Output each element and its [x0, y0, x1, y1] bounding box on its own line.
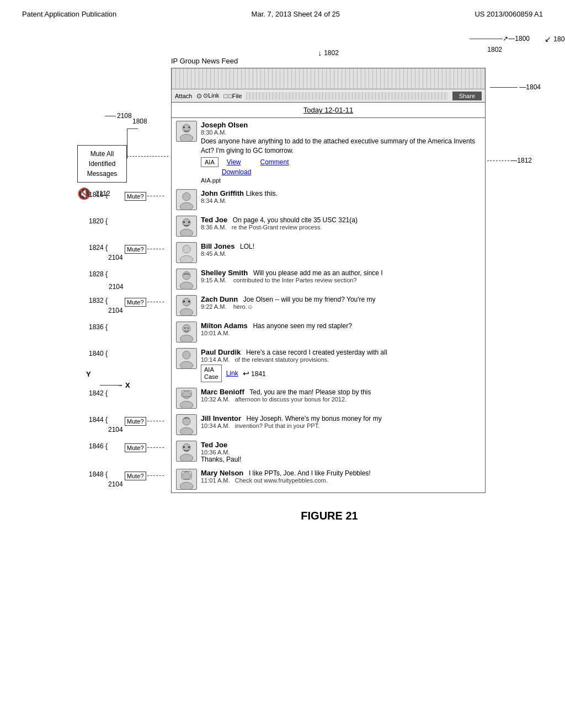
- svg-point-32: [188, 446, 190, 448]
- comment-link[interactable]: Comment: [260, 158, 289, 166]
- svg-point-17: [188, 301, 190, 303]
- table-row: Mute? 1844 { 2104 Jill Inventor: [171, 411, 486, 438]
- svg-point-7: [180, 229, 193, 237]
- file-button[interactable]: □□File: [223, 93, 242, 99]
- svg-point-4: [183, 192, 190, 200]
- avatar: [176, 348, 197, 369]
- mute-all-box[interactable]: Mute AllIdentifiedMessages: [77, 145, 127, 183]
- avatar: [176, 269, 197, 290]
- svg-point-15: [180, 308, 193, 316]
- ref-1800: 1800: [553, 35, 565, 43]
- mute-label: Mute?: [125, 192, 146, 201]
- patent-header-left: Patent Application Publication: [22, 10, 116, 18]
- svg-point-11: [180, 255, 193, 263]
- table-row: Mute? 1848 { 2104 Mary Nelson: [171, 466, 486, 493]
- avatar: [176, 441, 197, 462]
- table-row: Joseph Olsen 8:30 A.M. Does anyone have …: [171, 117, 486, 186]
- svg-point-23: [180, 361, 193, 369]
- table-row: Mute? 1816 { John Griffith Likes this. 8…: [171, 186, 486, 213]
- speaker-icon: 🔇: [77, 187, 91, 200]
- x-label: X: [125, 381, 130, 389]
- ref-2104-d: 2104: [108, 480, 123, 488]
- news-feed-title: IP Group News Feed: [171, 57, 238, 65]
- svg-point-10: [183, 245, 190, 253]
- ref-1828: 1828 {: [89, 270, 108, 278]
- svg-point-30: [180, 454, 193, 462]
- avatar: [176, 388, 197, 409]
- link-label[interactable]: Link: [226, 370, 238, 377]
- attach-button[interactable]: Attach: [175, 93, 192, 99]
- table-row: 1840 { Y → X: [171, 345, 486, 385]
- ref-1804: —1804: [519, 83, 541, 91]
- avatar: [176, 242, 197, 263]
- view-link[interactable]: View: [227, 158, 241, 166]
- ref-1820: 1820 {: [89, 217, 108, 225]
- ref-2112-label: 2112: [95, 190, 110, 197]
- figure-caption: FIGURE 21: [301, 510, 358, 522]
- ref-2104-a: 2104: [108, 254, 123, 261]
- ref-1824: 1824 {: [89, 244, 108, 251]
- table-row: 1842 { Marc Benioff Ted, you are the man…: [171, 385, 486, 411]
- svg-point-33: [183, 472, 190, 479]
- link-button[interactable]: ⊙⊙Link: [196, 92, 219, 100]
- avatar: [176, 121, 197, 142]
- svg-point-21: [187, 327, 189, 329]
- svg-point-19: [180, 335, 193, 342]
- patent-header-center: Mar. 7, 2013 Sheet 24 of 25: [252, 10, 340, 18]
- patent-header-right: US 2013/0060859 A1: [475, 10, 543, 18]
- svg-point-28: [180, 427, 193, 435]
- table-row: 1828 { Shelley Smith Will you please add…: [171, 266, 486, 292]
- ref-1802-label: 1802: [487, 46, 502, 53]
- msg-text: Does anyone have anything to add to the …: [201, 137, 481, 156]
- avatar: [176, 322, 197, 342]
- table-row: 1820 { Ted Joe On page 4, you should cit…: [171, 213, 486, 239]
- table-row: 1836 { Milton Adams Has anyone seen my r…: [171, 319, 486, 345]
- svg-point-5: [180, 202, 193, 210]
- mute-all-label: Mute AllIdentifiedMessages: [87, 150, 118, 178]
- ref-2104-b: 2104: [108, 307, 123, 314]
- date-separator: Today 12-01-11: [171, 103, 486, 117]
- ref-1812: —1812: [510, 157, 532, 164]
- ref-1848: 1848 {: [89, 470, 108, 478]
- svg-point-34: [180, 482, 193, 490]
- mute-label-2: Mute?: [125, 245, 146, 254]
- mute-label-4: Mute?: [125, 417, 146, 426]
- ref-1802: 1802: [324, 49, 339, 57]
- ref-1842: 1842 {: [89, 389, 108, 397]
- msg-name: Joseph Olsen: [201, 121, 248, 129]
- avatar: [176, 216, 197, 237]
- attachment-box: AIA: [201, 157, 218, 167]
- mute-label-3: Mute?: [125, 298, 146, 307]
- svg-point-8: [183, 221, 185, 223]
- svg-point-13: [180, 282, 193, 290]
- avatar: [176, 189, 197, 210]
- ref-1844: 1844 {: [89, 416, 108, 424]
- ref-1841: 1841: [251, 370, 266, 378]
- svg-point-9: [188, 221, 190, 223]
- svg-point-3: [188, 126, 190, 129]
- svg-point-20: [184, 327, 186, 329]
- share-button[interactable]: Share: [452, 92, 482, 100]
- avatar: [176, 469, 197, 490]
- ref-1836: 1836 {: [89, 323, 108, 331]
- ref-1808: 1808: [132, 117, 147, 125]
- ref-2104-c: 2104: [108, 426, 123, 433]
- y-label: Y: [86, 370, 91, 378]
- download-link[interactable]: Download: [222, 168, 251, 176]
- svg-point-31: [183, 446, 185, 448]
- svg-point-24: [183, 390, 190, 398]
- svg-point-12: [183, 271, 190, 279]
- mute-label-6: Mute?: [125, 472, 146, 480]
- ref-1832: 1832 {: [89, 297, 108, 304]
- table-row: Mute? 1846 { Ted Joe: [171, 438, 486, 466]
- ref-2108: 2108: [117, 112, 132, 120]
- ref-1846: 1846 {: [89, 442, 108, 450]
- ref-2104-main: 2104: [109, 283, 124, 291]
- avatar: [176, 295, 197, 316]
- messages-container: Joseph Olsen 8:30 A.M. Does anyone have …: [171, 117, 486, 493]
- avatar: [176, 414, 197, 435]
- table-row: Mute? 1832 { 2104 Zach Du: [171, 292, 486, 319]
- svg-point-1: [180, 134, 193, 142]
- svg-point-22: [183, 351, 190, 358]
- ref-1800-val: —1800: [508, 35, 530, 42]
